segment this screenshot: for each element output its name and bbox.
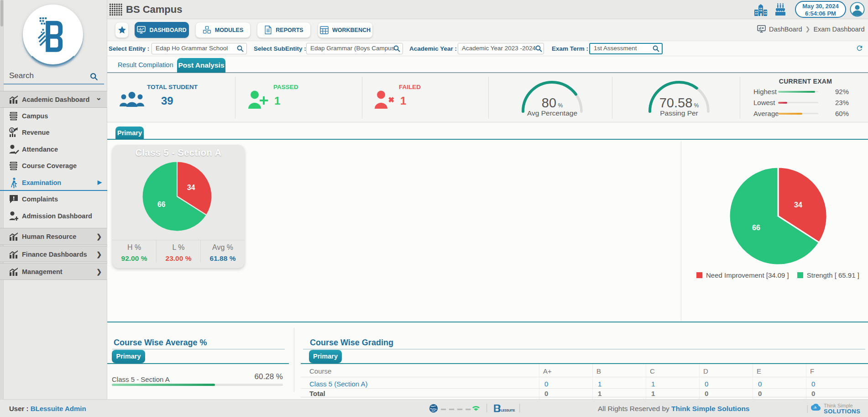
svg-text:34: 34 <box>794 201 802 209</box>
svg-text:LESSUITE: LESSUITE <box>501 409 515 412</box>
svg-text:34: 34 <box>187 184 195 191</box>
svg-text:66: 66 <box>157 201 166 208</box>
svg-text:66: 66 <box>752 224 760 232</box>
svg-text:$: $ <box>11 128 13 133</box>
